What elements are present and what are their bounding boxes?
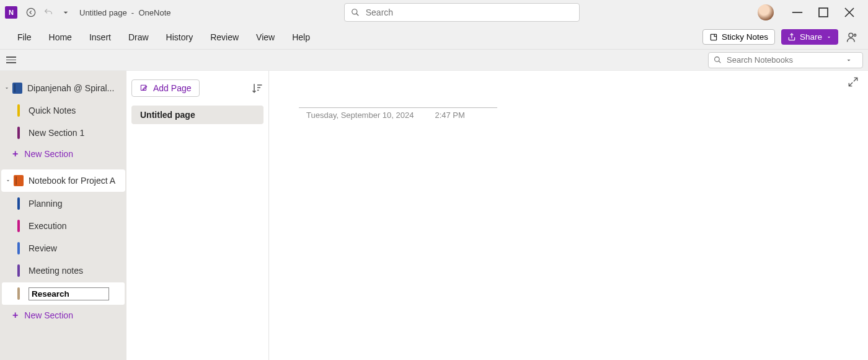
menu-help[interactable]: Help (283, 29, 319, 46)
notebook-label: Dipanjenah @ Spiral... (27, 83, 114, 93)
menu-review[interactable]: Review (202, 29, 247, 46)
nav-toggle-button[interactable] (5, 54, 17, 66)
notebook-item[interactable]: Notebook for Project A (1, 169, 125, 192)
new-section-button[interactable]: +New Section (0, 305, 126, 325)
section-label: Execution (29, 221, 66, 231)
share-icon (787, 33, 796, 42)
notebook-icon (14, 175, 24, 186)
section-label: Quick Notes (29, 106, 76, 115)
section-color-tab (17, 220, 20, 232)
notebook-icon (12, 83, 22, 94)
close-button[interactable] (841, 4, 858, 21)
section-item-editing[interactable] (2, 282, 125, 305)
notebook-search[interactable] (708, 52, 863, 68)
search-icon (714, 56, 722, 64)
section-color-tab (17, 197, 20, 210)
notebook-search-input[interactable] (727, 55, 845, 65)
menu-insert[interactable]: Insert (81, 29, 120, 46)
sort-pages-button[interactable] (251, 82, 264, 94)
section-item[interactable]: Quick Notes (0, 99, 126, 122)
section-item[interactable]: Review (0, 237, 126, 259)
chevron-down-icon (826, 34, 832, 40)
svg-rect-3 (711, 34, 716, 40)
people-presence-button[interactable] (844, 30, 859, 45)
menubar: File Home Insert Draw History Review Vie… (0, 25, 868, 50)
page-list-item[interactable]: Untitled page (131, 106, 264, 124)
person-icon (846, 31, 858, 43)
dropdown-button[interactable] (57, 4, 74, 21)
back-button[interactable] (22, 4, 40, 21)
menu-file[interactable]: File (9, 29, 40, 46)
page-canvas[interactable]: Tuesday, September 10, 2024 2:47 PM (269, 71, 868, 360)
section-color-tab (17, 104, 20, 117)
page-title-text: Untitled page - OneNote (79, 8, 170, 17)
section-label: Planning (29, 199, 63, 209)
section-label: Meeting notes (29, 266, 83, 276)
onenote-app-icon: N (5, 6, 17, 19)
secondary-toolbar (0, 50, 868, 71)
sort-icon (251, 82, 264, 94)
menu-view[interactable]: View (247, 29, 283, 46)
add-page-button[interactable]: Add Page (131, 79, 200, 97)
search-icon (351, 8, 360, 17)
global-search-input[interactable] (366, 7, 573, 17)
sticky-note-icon (709, 33, 718, 42)
section-item[interactable]: Meeting notes (0, 259, 126, 282)
section-color-tab (17, 242, 20, 254)
section-label: Review (29, 243, 57, 253)
section-color-tab (17, 287, 20, 300)
svg-point-0 (27, 8, 35, 16)
global-search[interactable] (344, 3, 580, 22)
sticky-notes-button[interactable]: Sticky Notes (702, 29, 775, 45)
chevron-down-icon (5, 178, 11, 184)
section-color-tab (17, 127, 20, 139)
section-item[interactable]: New Section 1 (0, 122, 126, 144)
notebook-item[interactable]: Dipanjenah @ Spiral... (0, 77, 126, 99)
page-title-input[interactable] (299, 93, 497, 108)
minimize-button[interactable] (789, 4, 806, 21)
svg-rect-2 (819, 8, 828, 17)
menu-home[interactable]: Home (40, 29, 81, 46)
section-item[interactable]: Planning (0, 192, 126, 215)
page-time: 2:47 PM (435, 110, 464, 120)
undo-button[interactable] (40, 4, 57, 21)
page-date: Tuesday, September 10, 2024 (306, 110, 414, 120)
maximize-button[interactable] (815, 4, 832, 21)
svg-point-5 (854, 34, 856, 36)
section-item[interactable]: Execution (0, 215, 126, 237)
expand-button[interactable] (847, 76, 859, 88)
menu-history[interactable]: History (157, 29, 202, 46)
compose-icon (140, 84, 148, 92)
titlebar: N Untitled page - OneNote (0, 0, 868, 25)
chevron-down-icon (4, 85, 10, 91)
notebook-nav: Dipanjenah @ Spiral... Quick Notes New S… (0, 71, 126, 360)
user-avatar[interactable] (758, 4, 774, 20)
section-color-tab (17, 264, 20, 277)
page-header: Tuesday, September 10, 2024 2:47 PM (299, 93, 497, 120)
menu-draw[interactable]: Draw (120, 29, 157, 46)
section-name-input[interactable] (29, 287, 109, 300)
svg-point-4 (849, 33, 853, 37)
new-section-button[interactable]: +New Section (0, 144, 126, 164)
section-label: New Section 1 (29, 128, 84, 138)
share-button[interactable]: Share (781, 29, 838, 45)
notebook-label: Notebook for Project A (29, 176, 115, 186)
expand-icon (847, 76, 859, 88)
plus-icon: + (12, 148, 18, 160)
svg-point-1 (352, 9, 356, 14)
chevron-down-icon (845, 56, 852, 64)
svg-point-6 (715, 57, 720, 62)
page-list-panel: Add Page Untitled page (126, 71, 269, 360)
plus-icon: + (12, 310, 18, 321)
